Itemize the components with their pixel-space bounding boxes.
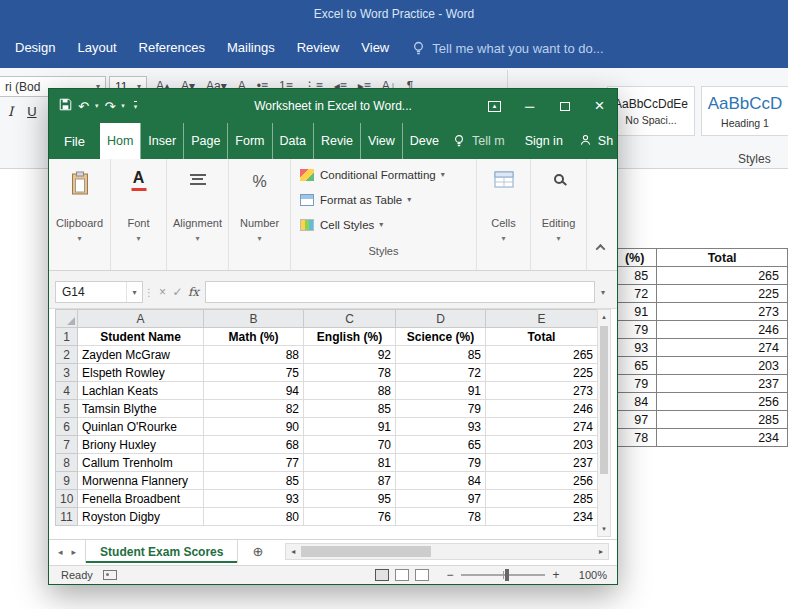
cell-E8[interactable]: 237	[486, 454, 598, 472]
cell-C10[interactable]: 95	[304, 490, 396, 508]
style-tile-heading-1[interactable]: AaBbCcDHeading 1	[701, 86, 788, 136]
excel-tell-me[interactable]: Tell m	[472, 134, 505, 148]
name-box[interactable]: G14 ▾	[55, 281, 143, 303]
cell-B4[interactable]: 94	[204, 382, 304, 400]
cell-C11[interactable]: 76	[304, 508, 396, 526]
font-group-icon[interactable]: A	[131, 169, 146, 191]
cell-E2[interactable]: 265	[486, 346, 598, 364]
excel-tab-form[interactable]: Form	[227, 123, 271, 159]
cell-D4[interactable]: 91	[396, 382, 486, 400]
zoom-out-button[interactable]: −	[443, 568, 457, 582]
zoom-slider-thumb[interactable]	[505, 569, 509, 581]
find-select-icon[interactable]	[554, 171, 564, 184]
underline-button[interactable]: U	[27, 104, 36, 119]
view-normal-button[interactable]	[375, 569, 389, 581]
cell-A11[interactable]: Royston Digby	[78, 508, 204, 526]
row-header-1[interactable]: 1	[56, 328, 78, 346]
cell-C7[interactable]: 70	[304, 436, 396, 454]
excel-cell-styles-button[interactable]: Cell Styles▾	[295, 212, 472, 237]
cell-A7[interactable]: Briony Huxley	[78, 436, 204, 454]
excel-tab-file[interactable]: File	[49, 123, 100, 159]
cell-A1[interactable]: Student Name	[78, 328, 204, 346]
alignment-caret-icon[interactable]: ▾	[167, 234, 228, 243]
cell-A9[interactable]: Morwenna Flannery	[78, 472, 204, 490]
sheet-prev-icon[interactable]: ◂	[58, 547, 63, 557]
scroll-right-icon[interactable]: ▸	[594, 547, 608, 556]
excel-tab-view[interactable]: View	[360, 123, 402, 159]
cell-E9[interactable]: 256	[486, 472, 598, 490]
excel-tab-hom[interactable]: Hom	[100, 123, 140, 159]
word-doc-table[interactable]: (%)Total85265722259127379246932746520379…	[612, 248, 788, 447]
ribbon-display-options-button[interactable]: ▴	[477, 89, 512, 123]
excel-tab-data[interactable]: Data	[272, 123, 313, 159]
cell-B8[interactable]: 77	[204, 454, 304, 472]
enter-check-icon[interactable]: ✓	[170, 285, 185, 299]
view-page-layout-button[interactable]	[395, 569, 409, 581]
cell-D9[interactable]: 84	[396, 472, 486, 490]
cell-B10[interactable]: 93	[204, 490, 304, 508]
undo-icon[interactable]: ↶	[78, 99, 89, 114]
row-header-2[interactable]: 2	[56, 346, 78, 364]
cell-C6[interactable]: 91	[304, 418, 396, 436]
cell-E7[interactable]: 203	[486, 436, 598, 454]
sheet-next-icon[interactable]: ▸	[72, 547, 77, 557]
excel-format-as-table-button[interactable]: Format as Table▾	[295, 187, 472, 212]
editing-caret-icon[interactable]: ▾	[531, 234, 586, 243]
cell-B5[interactable]: 82	[204, 400, 304, 418]
word-tab-design[interactable]: Design	[4, 28, 66, 68]
sign-in-button[interactable]: Sign in	[525, 134, 563, 148]
cell-C9[interactable]: 87	[304, 472, 396, 490]
save-icon[interactable]	[59, 98, 72, 114]
paste-icon[interactable]	[71, 171, 89, 199]
cell-E1[interactable]: Total	[486, 328, 598, 346]
word-tell-me[interactable]: Tell me what you want to do...	[412, 41, 603, 56]
cell-B7[interactable]: 68	[204, 436, 304, 454]
maximize-button[interactable]	[547, 89, 582, 123]
row-header-5[interactable]: 5	[56, 400, 78, 418]
cells-caret-icon[interactable]: ▾	[477, 234, 530, 243]
font-caret-icon[interactable]: ▾	[111, 234, 166, 243]
row-header-6[interactable]: 6	[56, 418, 78, 436]
cell-D2[interactable]: 85	[396, 346, 486, 364]
row-header-9[interactable]: 9	[56, 472, 78, 490]
word-tab-layout[interactable]: Layout	[66, 28, 127, 68]
cell-A3[interactable]: Elspeth Rowley	[78, 364, 204, 382]
cell-D11[interactable]: 78	[396, 508, 486, 526]
word-tab-view[interactable]: View	[350, 28, 400, 68]
cell-A10[interactable]: Fenella Broadbent	[78, 490, 204, 508]
cell-C2[interactable]: 92	[304, 346, 396, 364]
excel-tab-inser[interactable]: Inser	[140, 123, 183, 159]
undo-caret-icon[interactable]: ▾	[95, 102, 99, 110]
vertical-scrollbar[interactable]: ▴ ▾	[597, 309, 611, 537]
clipboard-caret-icon[interactable]: ▾	[49, 234, 110, 243]
column-header-a[interactable]: A	[78, 310, 204, 328]
excel-tab-revie[interactable]: Revie	[313, 123, 360, 159]
cell-B3[interactable]: 75	[204, 364, 304, 382]
cell-E6[interactable]: 274	[486, 418, 598, 436]
cell-A4[interactable]: Lachlan Keats	[78, 382, 204, 400]
vertical-scroll-thumb[interactable]	[600, 326, 608, 474]
cell-E10[interactable]: 285	[486, 490, 598, 508]
excel-tab-page[interactable]: Page	[183, 123, 227, 159]
insert-function-icon[interactable]: fx	[185, 285, 202, 299]
cell-B1[interactable]: Math (%)	[204, 328, 304, 346]
cell-D6[interactable]: 93	[396, 418, 486, 436]
word-tab-mailings[interactable]: Mailings	[216, 28, 286, 68]
cell-A6[interactable]: Quinlan O'Rourke	[78, 418, 204, 436]
zoom-level-label[interactable]: 100%	[569, 569, 607, 581]
macro-record-icon[interactable]	[103, 570, 117, 580]
sheet-tab-student-exam-scores[interactable]: Student Exam Scores	[85, 540, 238, 563]
italic-button[interactable]: I	[8, 104, 13, 119]
excel-title-bar[interactable]: ↶ ▾ ↷ ▾ ▾ Worksheet in Excel to Word... …	[49, 89, 617, 123]
redo-icon[interactable]: ↷	[104, 99, 115, 114]
cell-D7[interactable]: 65	[396, 436, 486, 454]
row-header-10[interactable]: 10	[56, 490, 78, 508]
cell-E3[interactable]: 225	[486, 364, 598, 382]
minimize-button[interactable]: ─	[512, 89, 547, 123]
number-caret-icon[interactable]: ▾	[229, 234, 290, 243]
cancel-icon[interactable]: ×	[155, 285, 170, 299]
cell-B2[interactable]: 88	[204, 346, 304, 364]
word-tab-references[interactable]: References	[128, 28, 216, 68]
cell-C1[interactable]: English (%)	[304, 328, 396, 346]
scroll-up-icon[interactable]: ▴	[598, 313, 610, 321]
